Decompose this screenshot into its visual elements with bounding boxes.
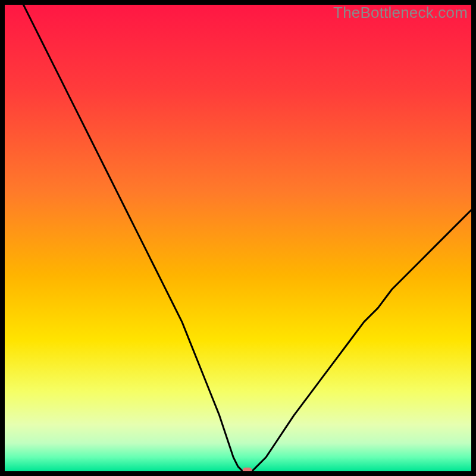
chart-svg (0, 0, 476, 476)
watermark-text: TheBottleneck.com (333, 4, 468, 22)
chart-background (5, 5, 471, 471)
bottleneck-chart: TheBottleneck.com (0, 0, 476, 476)
